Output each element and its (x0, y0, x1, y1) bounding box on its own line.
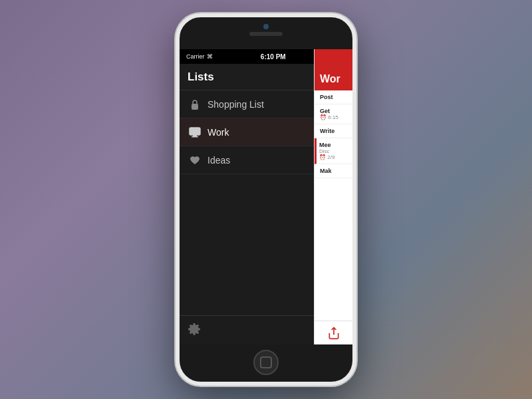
task-date: ⏰ 2/9 (319, 154, 347, 160)
gear-icon[interactable] (188, 323, 201, 338)
task-item-post[interactable]: Post (315, 90, 352, 104)
task-title: Mak (320, 168, 347, 174)
work-panel-header: Wor (315, 49, 352, 90)
work-list-label: Work (207, 127, 315, 138)
svg-rect-1 (190, 128, 200, 135)
lock-icon (188, 97, 202, 112)
nav-title: Lists (188, 70, 214, 84)
task-item-meeting[interactable]: Mee Disc ⏰ 2/9 (315, 138, 352, 164)
work-detail-panel: Wor Post Get ⏰ 6:15 Write Mee Disc ⏰ 2/9 (314, 49, 352, 344)
task-title: Write (320, 128, 347, 134)
share-button[interactable] (327, 327, 340, 340)
heart-icon (188, 153, 202, 168)
task-sub: ⏰ 6:15 (320, 114, 347, 120)
work-task-list: Post Get ⏰ 6:15 Write Mee Disc ⏰ 2/9 Mak (315, 90, 352, 321)
ideas-list-label: Ideas (207, 155, 315, 166)
task-item-get[interactable]: Get ⏰ 6:15 (315, 104, 352, 124)
task-item-write[interactable]: Write (315, 124, 352, 138)
carrier-label: Carrier (186, 53, 205, 60)
task-title: Post (320, 94, 347, 100)
task-item-make[interactable]: Mak (315, 164, 352, 178)
work-panel-title: Wor (320, 73, 340, 85)
svg-rect-3 (192, 136, 198, 138)
task-title: Mee (319, 142, 347, 148)
task-title: Get (320, 108, 347, 114)
home-button-inner (260, 356, 272, 368)
wifi-icon: ⌘ (207, 53, 213, 60)
status-time: 6:10 PM (261, 53, 286, 61)
home-button[interactable] (253, 350, 279, 375)
phone-frame: Carrier ⌘ 6:10 PM Lists Edit + (176, 13, 356, 386)
svg-rect-0 (192, 104, 198, 110)
shopping-list-label: Shopping List (207, 99, 315, 110)
svg-rect-2 (193, 135, 197, 136)
screen: Carrier ⌘ 6:10 PM Lists Edit + (180, 49, 352, 344)
monitor-icon (188, 125, 202, 140)
task-sub: Disc (319, 148, 347, 154)
work-toolbar (315, 321, 352, 344)
status-left: Carrier ⌘ (186, 53, 213, 60)
speaker-slot (249, 32, 283, 36)
